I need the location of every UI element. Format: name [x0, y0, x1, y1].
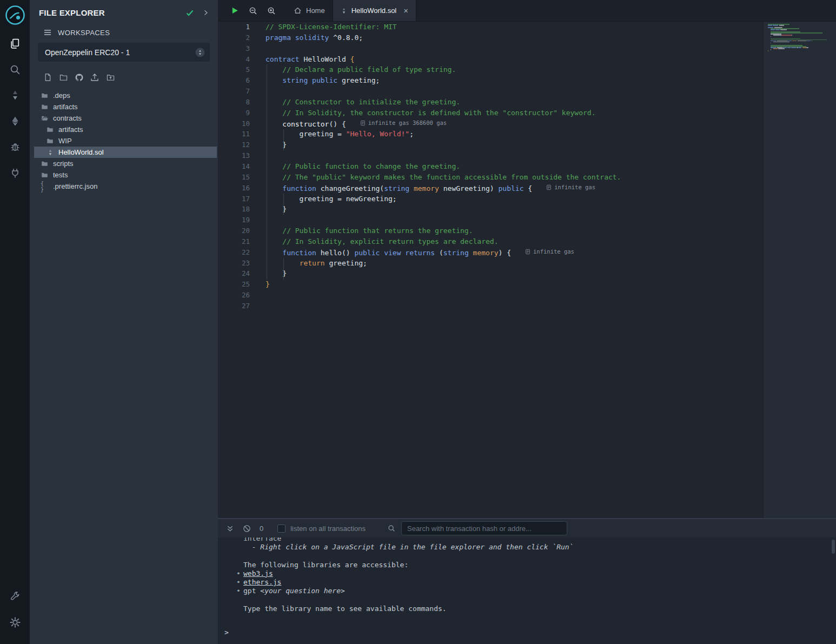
line-number[interactable]: 9 — [218, 108, 250, 118]
tree-item-artifacts[interactable]: artifacts — [34, 124, 217, 135]
github-icon[interactable] — [74, 72, 84, 82]
code-line-21[interactable]: // In Solidity, explicit return types ar… — [266, 236, 836, 247]
code-editor[interactable]: 1234567891011121314151617181920212223242… — [218, 22, 836, 518]
remix-logo[interactable] — [3, 3, 27, 27]
code-line-10[interactable]: constructor() {infinite gas 368600 gas — [266, 118, 836, 129]
code-line-23[interactable]: return greeting; — [266, 258, 836, 269]
line-number[interactable]: 8 — [218, 97, 250, 108]
line-number[interactable]: 7 — [218, 86, 250, 97]
code-line-9[interactable]: // In Solidity, the constructor is defin… — [266, 108, 836, 118]
upload-file-icon[interactable] — [90, 72, 99, 82]
code-line-1[interactable]: // SPDX-License-Identifier: MIT — [266, 22, 836, 32]
play-icon[interactable] — [230, 6, 240, 16]
code-line-24[interactable]: } — [266, 268, 836, 279]
wrench-icon[interactable] — [3, 586, 27, 607]
line-number[interactable]: 5 — [218, 64, 250, 75]
code-line-18[interactable]: } — [266, 204, 836, 215]
debugger-icon[interactable] — [3, 136, 27, 158]
line-number[interactable]: 13 — [218, 150, 250, 161]
line-number[interactable]: 18 — [218, 204, 250, 215]
tree-item-helloworld-sol[interactable]: HelloWorld.sol — [34, 147, 217, 158]
code-line-14[interactable]: // Public function to change the greetin… — [266, 161, 836, 172]
workspace-switch-icon[interactable] — [195, 48, 205, 57]
line-number[interactable]: 27 — [218, 301, 250, 311]
line-number[interactable]: 11 — [218, 129, 250, 140]
tree-item-tests[interactable]: tests — [34, 169, 217, 181]
line-number[interactable]: 25 — [218, 279, 250, 290]
code-line-27[interactable] — [266, 301, 836, 311]
tree-item-scripts[interactable]: scripts — [34, 158, 217, 169]
line-number[interactable]: 21 — [218, 236, 250, 247]
tree-item-wip[interactable]: WIP — [34, 135, 217, 147]
code-line-17[interactable]: greeting = newGreeting; — [266, 194, 836, 204]
line-number[interactable]: 22 — [218, 247, 250, 258]
tab-helloworld-sol[interactable]: HelloWorld.sol × — [333, 0, 416, 21]
line-number[interactable]: 23 — [218, 258, 250, 269]
zoom-in-icon[interactable] — [267, 6, 276, 16]
listen-transactions-checkbox[interactable] — [277, 525, 286, 533]
tab-home[interactable]: Home — [286, 0, 333, 21]
line-number[interactable]: 3 — [218, 43, 250, 54]
tree-item-artifacts[interactable]: artifacts — [34, 101, 217, 112]
terminal-link[interactable]: web3.js — [243, 569, 273, 577]
settings-gear-icon[interactable] — [3, 612, 27, 633]
code-content[interactable]: // SPDX-License-Identifier: MITpragma so… — [266, 22, 836, 518]
terminal-search-input[interactable] — [401, 521, 567, 535]
deploy-run-icon[interactable] — [3, 110, 27, 132]
code-line-7[interactable] — [266, 86, 836, 97]
tree-item--prettierrc-json[interactable]: { }.prettierrc.json — [34, 181, 217, 192]
chevron-right-icon[interactable] — [202, 9, 209, 16]
line-number[interactable]: 12 — [218, 140, 250, 150]
line-number[interactable]: 6 — [218, 75, 250, 86]
code-line-13[interactable] — [266, 150, 836, 161]
line-number[interactable]: 14 — [218, 161, 250, 172]
code-line-2[interactable]: pragma solidity ^0.8.0; — [266, 32, 836, 43]
line-number[interactable]: 19 — [218, 215, 250, 225]
file-explorer-icon[interactable] — [3, 32, 27, 54]
tree-item-contracts[interactable]: contracts — [34, 112, 217, 124]
line-number[interactable]: 16 — [218, 183, 250, 194]
line-number[interactable]: 15 — [218, 172, 250, 183]
code-line-12[interactable]: } — [266, 140, 836, 150]
check-icon[interactable] — [185, 9, 194, 17]
terminal-body[interactable]: interface - Right click on a JavaScript … — [218, 537, 836, 644]
terminal-prompt[interactable]: > — [218, 628, 836, 638]
code-line-6[interactable]: string public greeting; — [266, 75, 836, 86]
code-line-11[interactable]: greeting = "Hello, World!"; — [266, 129, 836, 140]
line-number[interactable]: 26 — [218, 290, 250, 301]
new-folder-icon[interactable] — [58, 72, 68, 82]
double-chevron-down-icon[interactable] — [225, 524, 235, 533]
line-number[interactable]: 17 — [218, 194, 250, 204]
code-line-5[interactable]: // Declare a public field of type string… — [266, 64, 836, 75]
code-line-26[interactable] — [266, 290, 836, 301]
line-number[interactable]: 10 — [218, 118, 250, 129]
plugin-manager-icon[interactable] — [3, 162, 27, 184]
solidity-compiler-icon[interactable] — [3, 84, 27, 106]
line-number[interactable]: 20 — [218, 225, 250, 236]
close-tab-icon[interactable]: × — [403, 6, 408, 15]
code-line-20[interactable]: // Public function that returns the gree… — [266, 225, 836, 236]
code-line-19[interactable] — [266, 215, 836, 225]
code-line-4[interactable]: contract HelloWorld { — [266, 54, 836, 65]
workspace-selector[interactable]: OpenZeppelin ERC20 - 1 — [38, 43, 210, 62]
code-line-16[interactable]: function changeGreeting(string memory ne… — [266, 183, 836, 194]
zoom-out-icon[interactable] — [248, 6, 258, 16]
terminal-link[interactable]: ethers.js — [243, 578, 281, 586]
code-line-15[interactable]: // The "public" keyword makes the functi… — [266, 172, 836, 183]
minimap[interactable] — [764, 22, 836, 56]
code-line-3[interactable] — [266, 43, 836, 54]
clear-console-icon[interactable] — [242, 524, 251, 533]
new-file-icon[interactable] — [43, 72, 52, 82]
line-number[interactable]: 24 — [218, 268, 250, 279]
line-number[interactable]: 1 — [218, 22, 250, 32]
load-folder-icon[interactable] — [105, 72, 115, 82]
terminal-scrollbar[interactable] — [832, 540, 835, 554]
line-number[interactable]: 2 — [218, 32, 250, 43]
line-number[interactable]: 4 — [218, 54, 250, 65]
search-icon[interactable] — [3, 58, 27, 80]
code-line-25[interactable]: } — [266, 279, 836, 290]
code-line-22[interactable]: function hello() public view returns (st… — [266, 247, 836, 258]
code-line-8[interactable]: // Constructor to initialize the greetin… — [266, 97, 836, 108]
tree-item--deps[interactable]: .deps — [34, 90, 217, 101]
hamburger-menu-icon[interactable] — [43, 28, 52, 37]
